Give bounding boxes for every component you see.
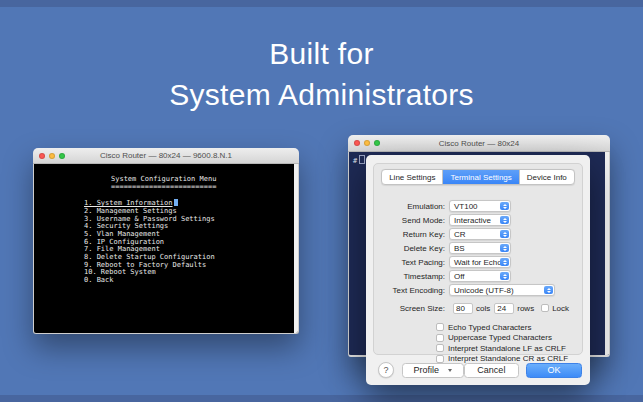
left-terminal-screen[interactable]: System Configuration Menu ==============… [33,164,299,334]
rows-unit-label: rows [517,304,534,313]
help-button[interactable]: ? [378,362,394,378]
tab-terminal-settings[interactable]: Terminal Settings [443,170,519,184]
cols-input[interactable] [453,303,473,314]
terminal-menu-line: 10. Reboot System [84,269,298,277]
terminal-hollow-cursor [359,155,365,164]
right-window-titlebar[interactable]: Cisco Router — 80x24 [348,135,610,152]
interpret-lf-checkbox[interactable] [436,344,444,352]
echo-typed-label: Echo Typed Characters [448,323,531,332]
delete-key-value: BS [454,244,465,253]
screen-size-row: Screen Size: cols rows Lock [374,302,582,314]
settings-panel: Line Settings Terminal Settings Device I… [373,163,583,355]
popup-stepper-icon [500,202,509,210]
zoom-button[interactable] [59,153,65,159]
timestamp-value: Off [454,272,465,281]
top-band [0,0,643,7]
hero-line-1: Built for [0,33,643,74]
right-window-title: Cisco Router — 80x24 [348,139,610,148]
text-pacing-value: Wait for Echo [454,258,502,267]
terminal-prompt: # [353,157,357,165]
hero-line-2: System Administrators [0,74,643,115]
interpret-lf-label: Interpret Standalone LF as CRLF [448,344,566,353]
emulation-label: Emulation: [380,202,445,211]
terminal-menu-selected-item: 1. System Information [84,199,173,207]
delete-key-label: Delete Key: [380,244,445,253]
close-button[interactable] [354,140,360,146]
tab-device-info[interactable]: Device Info [520,170,574,184]
return-key-popup[interactable]: CR [449,228,511,240]
checkbox-row-echo: Echo Typed Characters [436,322,582,333]
text-pacing-popup[interactable]: Wait for Echo [449,256,511,268]
checkbox-row-uppercase: Uppercase Typed Characters [436,333,582,344]
field-row-emulation: Emulation: VT100 [374,200,582,212]
minimize-button[interactable] [49,153,55,159]
send-mode-label: Send Mode: [380,216,445,225]
terminal-cursor [174,199,178,206]
traffic-lights [39,153,65,159]
profile-dropdown-button[interactable]: Profile [402,363,464,378]
field-row-delete-key: Delete Key: BS [374,242,582,254]
chevron-down-icon [448,369,452,372]
traffic-lights [354,140,380,146]
lock-checkbox[interactable] [541,304,549,312]
uppercase-typed-label: Uppercase Typed Characters [448,333,552,342]
ok-button[interactable]: OK [526,363,582,378]
text-pacing-label: Text Pacing: [380,258,445,267]
tab-line-settings[interactable]: Line Settings [382,170,443,184]
popup-stepper-icon [500,216,509,224]
emulation-popup[interactable]: VT100 [449,200,511,212]
left-terminal-scrollbar[interactable] [294,164,298,333]
screen-size-label: Screen Size: [380,304,445,313]
field-row-return-key: Return Key: CR [374,228,582,240]
popup-stepper-icon [500,258,509,266]
terminal-settings-dialog: Line Settings Terminal Settings Device I… [366,155,590,385]
terminal-menu-divider: ========================= [111,184,298,192]
text-encoding-label: Text Encoding: [380,286,445,295]
checkbox-row-lf-crlf: Interpret Standalone LF as CRLF [436,343,582,354]
close-button[interactable] [39,153,45,159]
left-window-titlebar[interactable]: Cisco Router — 80x24 — 9600.8.N.1 [33,148,299,164]
send-mode-popup[interactable]: Interactive [449,214,511,226]
settings-tab-control: Line Settings Terminal Settings Device I… [381,169,575,185]
field-row-text-encoding: Text Encoding: Unicode (UTF-8) [374,284,582,296]
bottom-band [0,395,643,402]
minimize-button[interactable] [364,140,370,146]
profile-label: Profile [413,365,439,375]
return-key-value: CR [454,230,466,239]
popup-stepper-icon [500,244,509,252]
zoom-button[interactable] [374,140,380,146]
rows-input[interactable] [494,303,514,314]
emulation-value: VT100 [454,202,478,211]
hero-heading: Built for System Administrators [0,33,643,115]
timestamp-popup[interactable]: Off [449,270,511,282]
popup-stepper-icon [544,286,553,294]
field-row-timestamp: Timestamp: Off [374,270,582,282]
echo-typed-checkbox[interactable] [436,323,444,331]
send-mode-value: Interactive [454,216,491,225]
popup-stepper-icon [500,230,509,238]
field-row-send-mode: Send Mode: Interactive [374,214,582,226]
dialog-footer: ? Profile Cancel OK [366,355,590,385]
left-terminal-window: Cisco Router — 80x24 — 9600.8.N.1 System… [33,148,299,334]
timestamp-label: Timestamp: [380,272,445,281]
terminal-menu-line: 0. Back [84,277,298,285]
delete-key-popup[interactable]: BS [449,242,511,254]
cancel-button[interactable]: Cancel [464,363,520,378]
text-encoding-value: Unicode (UTF-8) [454,286,514,295]
cols-unit-label: cols [476,304,490,313]
left-window-title: Cisco Router — 80x24 — 9600.8.N.1 [33,151,299,160]
popup-stepper-icon [500,272,509,280]
right-terminal-scrollbar[interactable] [605,152,609,355]
field-row-text-pacing: Text Pacing: Wait for Echo [374,256,582,268]
return-key-label: Return Key: [380,230,445,239]
uppercase-typed-checkbox[interactable] [436,334,444,342]
lock-label: Lock [552,304,569,313]
text-encoding-popup[interactable]: Unicode (UTF-8) [449,284,555,296]
